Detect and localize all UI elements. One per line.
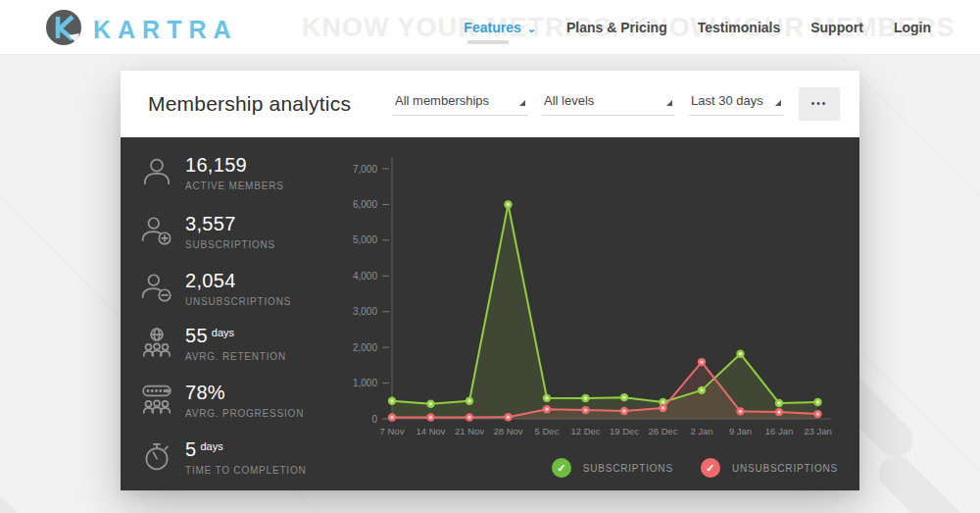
svg-text:6,000: 6,000 — [353, 199, 377, 210]
stat-time-to-completion: 5days TIME TO COMPLETION — [140, 438, 307, 476]
daterange-filter-dropdown[interactable]: Last 30 days — [689, 93, 783, 116]
svg-text:7 Nov: 7 Nov — [380, 426, 405, 436]
kartra-logo-icon — [45, 9, 82, 50]
svg-text:7,000: 7,000 — [353, 164, 377, 175]
member-icon — [140, 155, 173, 188]
svg-text:2,000: 2,000 — [353, 342, 377, 353]
top-nav: KNOW YOUR METRICS. KNOW YOUR MEMBERS KAR… — [0, 0, 980, 55]
dropdown-triangle-icon — [666, 100, 672, 106]
svg-text:12 Dec: 12 Dec — [570, 426, 600, 436]
nav-item-features[interactable]: Features ⌄ — [464, 20, 536, 35]
member-remove-icon — [140, 271, 173, 304]
svg-text:5,000: 5,000 — [353, 234, 377, 245]
svg-text:28 Nov: 28 Nov — [493, 426, 522, 436]
memberships-filter-dropdown[interactable]: All memberships — [393, 93, 527, 116]
kartra-logo[interactable]: KARTRA — [45, 9, 238, 50]
svg-text:3,000: 3,000 — [353, 306, 377, 317]
stopwatch-icon — [140, 439, 173, 473]
svg-text:4,000: 4,000 — [353, 271, 377, 282]
nav-item-plans-pricing[interactable]: Plans & Pricing — [566, 20, 667, 35]
svg-text:2 Jan: 2 Jan — [690, 426, 712, 436]
stat-active-members: 16,159 ACTIVE MEMBERS — [140, 154, 284, 191]
svg-text:26 Dec: 26 Dec — [648, 426, 677, 436]
page-title: Membership analytics — [148, 92, 351, 116]
stat-subscriptions: 3,557 SUBSCRIPTIONS — [140, 213, 275, 250]
svg-text:1,000: 1,000 — [353, 378, 377, 388]
stat-unsubscriptions: 2,054 UNSUBSCRIPTIONS — [140, 270, 291, 307]
brand-name: KARTRA — [93, 16, 238, 44]
legend-unsubscriptions-toggle[interactable]: ✓ UNSUBSCRIPTIONS — [701, 458, 838, 478]
chart-legend: ✓ SUBSCRIPTIONS ✓ UNSUBSCRIPTIONS — [552, 458, 838, 478]
dropdown-triangle-icon — [519, 100, 525, 106]
check-circle-icon: ✓ — [552, 458, 571, 478]
retention-globe-group-icon — [140, 326, 173, 359]
svg-text:16 Jan: 16 Jan — [765, 426, 794, 436]
card-header: Membership analytics All memberships All… — [121, 71, 859, 137]
page: KNOW YOUR METRICS. KNOW YOUR MEMBERS KAR… — [0, 0, 980, 513]
chevron-down-icon: ⌄ — [524, 23, 536, 34]
stat-avg-progression: 78% AVRG. PROGRESSION — [140, 382, 304, 419]
svg-text:19 Dec: 19 Dec — [610, 426, 639, 436]
dropdown-triangle-icon — [775, 100, 781, 106]
filter-bar: All memberships All levels Last 30 days — [393, 93, 783, 116]
levels-filter-dropdown[interactable]: All levels — [542, 93, 674, 116]
svg-text:9 Jan: 9 Jan — [729, 426, 752, 436]
more-options-button[interactable]: ••• — [799, 87, 840, 121]
background-decoration — [871, 448, 980, 513]
background-decoration — [0, 491, 58, 513]
svg-text:14 Nov: 14 Nov — [416, 426, 445, 436]
svg-text:21 Nov: 21 Nov — [455, 426, 484, 436]
member-add-icon — [140, 214, 173, 247]
membership-analytics-card: Membership analytics All memberships All… — [121, 71, 859, 490]
check-circle-icon: ✓ — [701, 458, 720, 478]
nav-item-testimonials[interactable]: Testimonials — [698, 20, 781, 35]
progression-bar-group-icon — [140, 383, 173, 416]
nav-item-login[interactable]: Login — [894, 20, 931, 35]
svg-text:0: 0 — [371, 414, 377, 425]
svg-text:23 Jan: 23 Jan — [804, 426, 832, 436]
analytics-panel: 16,159 ACTIVE MEMBERS 3,557 SUBSCRIPTION… — [121, 137, 859, 490]
legend-subscriptions-toggle[interactable]: ✓ SUBSCRIPTIONS — [552, 458, 673, 478]
stat-avg-retention: 55days AVRG. RETENTION — [140, 325, 286, 362]
svg-text:5 Dec: 5 Dec — [535, 426, 560, 436]
nav-item-support[interactable]: Support — [810, 20, 863, 35]
nav-menu: Features ⌄ Plans & Pricing Testimonials … — [464, 0, 931, 55]
